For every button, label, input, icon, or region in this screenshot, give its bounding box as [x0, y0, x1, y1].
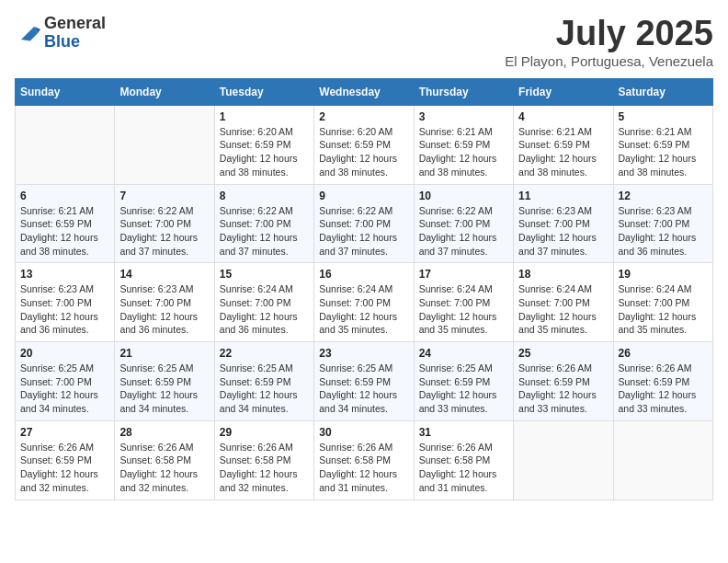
day-info: Sunrise: 6:20 AMSunset: 6:59 PMDaylight:…	[220, 125, 309, 179]
calendar-cell: 13Sunrise: 6:23 AMSunset: 7:00 PMDayligh…	[16, 263, 115, 342]
day-number: 10	[419, 190, 508, 202]
col-header-saturday: Saturday	[613, 78, 712, 105]
logo: General Blue	[15, 15, 106, 52]
day-number: 28	[119, 426, 209, 439]
day-info: Sunrise: 6:23 AMSunset: 7:00 PMDaylight:…	[20, 282, 109, 337]
calendar-cell	[16, 105, 115, 184]
day-number: 3	[419, 110, 508, 123]
calendar-cell: 2Sunrise: 6:20 AMSunset: 6:59 PMDaylight…	[314, 105, 414, 184]
main-title: July 2025	[505, 15, 713, 53]
day-number: 4	[518, 110, 608, 123]
day-info: Sunrise: 6:21 AMSunset: 6:59 PMDaylight:…	[518, 125, 608, 179]
day-number: 16	[319, 268, 408, 281]
day-info: Sunrise: 6:26 AMSunset: 6:58 PMDaylight:…	[319, 441, 408, 495]
calendar-cell: 6Sunrise: 6:21 AMSunset: 6:59 PMDaylight…	[16, 184, 115, 263]
calendar-cell: 10Sunrise: 6:22 AMSunset: 7:00 PMDayligh…	[414, 184, 513, 263]
day-number: 30	[319, 426, 408, 439]
col-header-friday: Friday	[514, 78, 613, 105]
day-info: Sunrise: 6:26 AMSunset: 6:58 PMDaylight:…	[220, 441, 309, 495]
calendar-cell: 22Sunrise: 6:25 AMSunset: 6:59 PMDayligh…	[214, 342, 313, 421]
day-info: Sunrise: 6:23 AMSunset: 7:00 PMDaylight:…	[518, 204, 608, 259]
calendar-cell: 16Sunrise: 6:24 AMSunset: 7:00 PMDayligh…	[314, 263, 414, 342]
day-number: 21	[119, 347, 209, 360]
day-number: 27	[20, 426, 109, 439]
day-info: Sunrise: 6:24 AMSunset: 7:00 PMDaylight:…	[518, 282, 608, 337]
calendar-cell: 15Sunrise: 6:24 AMSunset: 7:00 PMDayligh…	[214, 263, 313, 342]
calendar-cell: 29Sunrise: 6:26 AMSunset: 6:58 PMDayligh…	[214, 420, 313, 500]
day-number: 23	[319, 347, 408, 360]
day-number: 9	[319, 190, 408, 202]
day-info: Sunrise: 6:24 AMSunset: 7:00 PMDaylight:…	[319, 282, 408, 337]
calendar-cell: 1Sunrise: 6:20 AMSunset: 6:59 PMDaylight…	[214, 105, 313, 184]
day-info: Sunrise: 6:26 AMSunset: 6:58 PMDaylight:…	[419, 441, 508, 495]
day-info: Sunrise: 6:26 AMSunset: 6:59 PMDaylight:…	[518, 362, 608, 416]
day-number: 29	[220, 426, 309, 439]
calendar-cell: 8Sunrise: 6:22 AMSunset: 7:00 PMDaylight…	[214, 184, 313, 263]
col-header-wednesday: Wednesday	[314, 78, 414, 105]
page-header: General Blue July 2025 El Playon, Portug…	[15, 15, 713, 69]
day-number: 1	[220, 110, 309, 123]
col-header-thursday: Thursday	[414, 78, 513, 105]
day-number: 5	[619, 110, 708, 123]
calendar-cell	[115, 105, 214, 184]
calendar-cell: 30Sunrise: 6:26 AMSunset: 6:58 PMDayligh…	[314, 420, 414, 500]
day-number: 22	[220, 347, 309, 360]
calendar-cell: 19Sunrise: 6:24 AMSunset: 7:00 PMDayligh…	[613, 263, 712, 342]
calendar-week-row: 20Sunrise: 6:25 AMSunset: 7:00 PMDayligh…	[16, 342, 713, 421]
day-info: Sunrise: 6:23 AMSunset: 7:00 PMDaylight:…	[619, 204, 708, 259]
calendar-week-row: 6Sunrise: 6:21 AMSunset: 6:59 PMDaylight…	[16, 184, 713, 263]
day-number: 2	[319, 110, 408, 123]
calendar-cell: 11Sunrise: 6:23 AMSunset: 7:00 PMDayligh…	[514, 184, 613, 263]
day-info: Sunrise: 6:26 AMSunset: 6:58 PMDaylight:…	[119, 441, 209, 495]
day-info: Sunrise: 6:25 AMSunset: 7:00 PMDaylight:…	[20, 362, 109, 416]
calendar-cell: 14Sunrise: 6:23 AMSunset: 7:00 PMDayligh…	[115, 263, 214, 342]
calendar-cell: 27Sunrise: 6:26 AMSunset: 6:59 PMDayligh…	[16, 420, 115, 500]
calendar-cell: 3Sunrise: 6:21 AMSunset: 6:59 PMDaylight…	[414, 105, 513, 184]
day-info: Sunrise: 6:22 AMSunset: 7:00 PMDaylight:…	[119, 204, 209, 259]
calendar-cell: 20Sunrise: 6:25 AMSunset: 7:00 PMDayligh…	[16, 342, 115, 421]
day-number: 18	[518, 268, 608, 281]
day-info: Sunrise: 6:22 AMSunset: 7:00 PMDaylight:…	[220, 204, 309, 259]
day-number: 11	[518, 190, 608, 202]
calendar-cell: 17Sunrise: 6:24 AMSunset: 7:00 PMDayligh…	[414, 263, 513, 342]
day-number: 17	[419, 268, 508, 281]
calendar-cell: 21Sunrise: 6:25 AMSunset: 6:59 PMDayligh…	[115, 342, 214, 421]
day-info: Sunrise: 6:26 AMSunset: 6:59 PMDaylight:…	[20, 441, 109, 495]
calendar-cell	[514, 420, 613, 500]
calendar-table: SundayMondayTuesdayWednesdayThursdayFrid…	[15, 78, 713, 500]
calendar-cell: 23Sunrise: 6:25 AMSunset: 6:59 PMDayligh…	[314, 342, 414, 421]
logo-icon	[15, 20, 40, 46]
day-info: Sunrise: 6:24 AMSunset: 7:00 PMDaylight:…	[220, 282, 309, 337]
day-number: 14	[119, 268, 209, 281]
col-header-sunday: Sunday	[16, 78, 115, 105]
logo-general-text: General	[44, 15, 106, 33]
col-header-monday: Monday	[115, 78, 214, 105]
day-number: 13	[20, 268, 109, 281]
calendar-cell: 25Sunrise: 6:26 AMSunset: 6:59 PMDayligh…	[514, 342, 613, 421]
day-info: Sunrise: 6:24 AMSunset: 7:00 PMDaylight:…	[619, 282, 708, 337]
calendar-cell: 7Sunrise: 6:22 AMSunset: 7:00 PMDaylight…	[115, 184, 214, 263]
calendar-cell	[613, 420, 712, 500]
day-info: Sunrise: 6:21 AMSunset: 6:59 PMDaylight:…	[619, 125, 708, 179]
day-number: 31	[419, 426, 508, 439]
calendar-week-row: 27Sunrise: 6:26 AMSunset: 6:59 PMDayligh…	[16, 420, 713, 500]
calendar-cell: 4Sunrise: 6:21 AMSunset: 6:59 PMDaylight…	[514, 105, 613, 184]
calendar-week-row: 1Sunrise: 6:20 AMSunset: 6:59 PMDaylight…	[16, 105, 713, 184]
title-block: July 2025 El Playon, Portuguesa, Venezue…	[505, 15, 713, 69]
day-info: Sunrise: 6:21 AMSunset: 6:59 PMDaylight:…	[419, 125, 508, 179]
calendar-cell: 31Sunrise: 6:26 AMSunset: 6:58 PMDayligh…	[414, 420, 513, 500]
day-info: Sunrise: 6:23 AMSunset: 7:00 PMDaylight:…	[119, 282, 209, 337]
calendar-cell: 5Sunrise: 6:21 AMSunset: 6:59 PMDaylight…	[613, 105, 712, 184]
day-info: Sunrise: 6:24 AMSunset: 7:00 PMDaylight:…	[419, 282, 508, 337]
logo-blue-text: Blue	[44, 33, 106, 52]
calendar-cell: 18Sunrise: 6:24 AMSunset: 7:00 PMDayligh…	[514, 263, 613, 342]
day-number: 24	[419, 347, 508, 360]
day-number: 8	[220, 190, 309, 202]
calendar-cell: 9Sunrise: 6:22 AMSunset: 7:00 PMDaylight…	[314, 184, 414, 263]
day-number: 7	[119, 190, 209, 202]
day-info: Sunrise: 6:25 AMSunset: 6:59 PMDaylight:…	[419, 362, 508, 416]
day-number: 6	[20, 190, 109, 202]
calendar-cell: 26Sunrise: 6:26 AMSunset: 6:59 PMDayligh…	[613, 342, 712, 421]
calendar-week-row: 13Sunrise: 6:23 AMSunset: 7:00 PMDayligh…	[16, 263, 713, 342]
day-number: 12	[619, 190, 708, 202]
